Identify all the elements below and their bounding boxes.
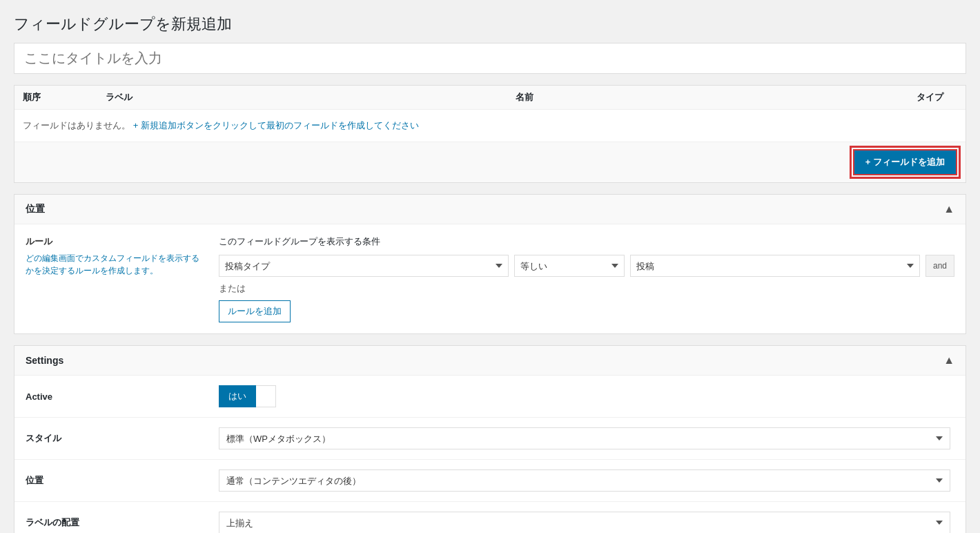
location-left: ルール どの編集画面でカスタムフィールドを表示するかを決定するルールを作成します… <box>26 235 219 322</box>
location-section-title: 位置 <box>26 203 45 215</box>
settings-section: Settings ▲ Active はい スタイル 標準（WPメタボックス） <box>14 345 966 533</box>
rule-type-select[interactable]: 投稿タイプ <box>219 255 509 277</box>
page-title: フィールドグループを新規追加 <box>14 14 966 35</box>
and-button[interactable]: and <box>925 255 954 277</box>
create-first-field-link[interactable]: + 新規追加ボタンをクリックして最初のフィールドを作成してください <box>133 120 419 130</box>
settings-row-style: スタイル 標準（WPメタボックス） <box>14 418 966 460</box>
position-select[interactable]: 通常（コンテンツエディタの後） <box>219 469 950 492</box>
settings-section-header: Settings ▲ <box>14 346 966 376</box>
or-label: または <box>219 282 954 295</box>
fields-section: 順序 ラベル 名前 タイプ フィールドはありません。 + 新規追加ボタンをクリッ… <box>14 85 966 183</box>
settings-label-active: Active <box>26 391 219 402</box>
settings-value-style: 標準（WPメタボックス） <box>219 427 954 449</box>
location-right: このフィールドグループを表示する条件 投稿タイプ 等しい 投稿 and <box>219 235 954 322</box>
rule-operator-select[interactable]: 等しい <box>514 255 625 277</box>
settings-value-position: 通常（コンテンツエディタの後） <box>219 469 954 492</box>
settings-value-active: はい <box>219 385 954 407</box>
location-rule-title: ルール <box>26 235 202 248</box>
fields-table-header: 順序 ラベル 名前 タイプ <box>14 86 966 110</box>
rule-value-select[interactable]: 投稿 <box>630 255 920 277</box>
settings-label-style: スタイル <box>26 432 219 445</box>
fields-add-row: + フィールドを追加 <box>14 142 966 182</box>
collapse-icon[interactable]: ▲ <box>943 203 954 215</box>
col-order-header: 順序 <box>23 91 106 104</box>
location-section: 位置 ▲ ルール どの編集画面でカスタムフィールドを表示するかを決定するルールを… <box>14 194 966 334</box>
settings-section-title: Settings <box>26 355 63 366</box>
settings-value-label-placement: 上揃え <box>219 512 954 533</box>
col-label-header: ラベル <box>106 91 385 104</box>
rule-row: 投稿タイプ 等しい 投稿 and <box>219 255 954 277</box>
location-rule-desc: どの編集画面でカスタムフィールドを表示するかを決定するルールを作成します。 <box>26 252 202 277</box>
settings-row-label-placement: ラベルの配置 上揃え <box>14 502 966 533</box>
settings-label-label-placement: ラベルの配置 <box>26 516 219 529</box>
settings-row-position: 位置 通常（コンテンツエディタの後） <box>14 460 966 502</box>
fields-empty-message: フィールドはありません。 + 新規追加ボタンをクリックして最初のフィールドを作成… <box>14 110 966 142</box>
col-name-header: 名前 <box>385 91 665 104</box>
add-rule-button[interactable]: ルールを追加 <box>219 300 291 322</box>
add-field-button[interactable]: + フィールドを追加 <box>853 149 957 175</box>
settings-row-active: Active はい <box>14 376 966 418</box>
location-section-header: 位置 ▲ <box>14 195 966 224</box>
label-placement-select[interactable]: 上揃え <box>219 512 950 533</box>
col-type-header: タイプ <box>664 91 957 104</box>
toggle-yes-button[interactable]: はい <box>219 385 256 407</box>
toggle-no-button[interactable] <box>256 385 276 407</box>
settings-label-position: 位置 <box>26 474 219 487</box>
settings-collapse-icon[interactable]: ▲ <box>943 354 954 367</box>
location-grid: ルール どの編集画面でカスタムフィールドを表示するかを決定するルールを作成します… <box>26 235 954 322</box>
title-input-wrap <box>14 43 966 74</box>
toggle-active: はい <box>219 385 954 407</box>
location-condition-title: このフィールドグループを表示する条件 <box>219 235 954 248</box>
title-input[interactable] <box>14 43 966 73</box>
style-select[interactable]: 標準（WPメタボックス） <box>219 427 950 449</box>
location-section-body: ルール どの編集画面でカスタムフィールドを表示するかを決定するルールを作成します… <box>14 224 966 333</box>
